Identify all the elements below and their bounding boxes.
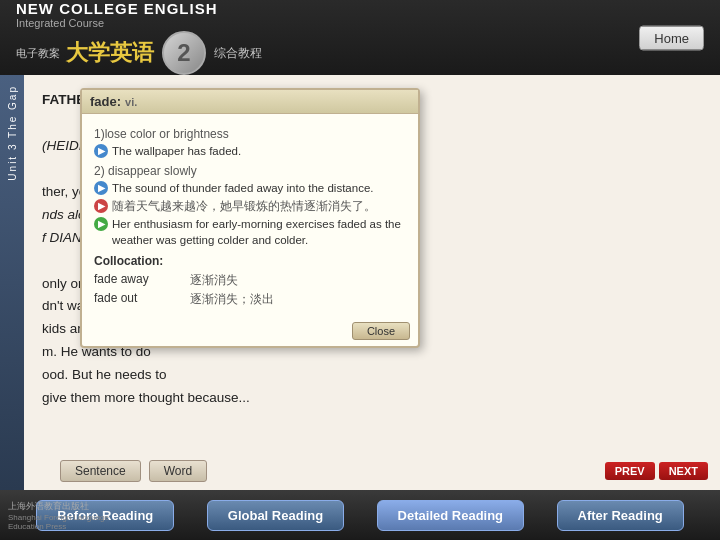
audio-icon-2[interactable]: ▶ [94, 181, 108, 195]
word-button[interactable]: Word [149, 460, 207, 482]
chinese-title: 大学英语 [66, 38, 154, 68]
header: NEW COLLEGE ENGLISH Integrated Course 电子… [0, 0, 720, 75]
collocation1-en: fade away [94, 272, 174, 289]
def2-example3: ▶ Her enthusiasm for early-morning exerc… [94, 216, 406, 248]
detailed-reading-tab[interactable]: Detailed Reading [377, 500, 524, 531]
popup-footer: Close [82, 318, 418, 346]
def2-ex1-text: The sound of thunder faded away into the… [112, 180, 374, 196]
pub-name-cn: 上海外语教育出版社 [8, 500, 122, 513]
nav-buttons: PREV NEXT [605, 462, 708, 480]
pub-logo-container: 上海外语教育出版社 Shanghai Foreign Language Educ… [8, 500, 122, 531]
collocation2-en: fade out [94, 291, 174, 308]
def2-ex2-cn-text: 随着天气越来越冷，她早锻炼的热情逐渐消失了。 [112, 198, 376, 214]
unit-label: Unit 3 The Gap [7, 85, 18, 181]
sentence-button[interactable]: Sentence [60, 460, 141, 482]
collocation-title: Collocation: [94, 254, 163, 268]
audio-icon-1[interactable]: ▶ [94, 144, 108, 158]
def2-ex3-text: Her enthusiasm for early-morning exercis… [112, 216, 406, 248]
header-subtitle: Integrated Course [16, 17, 262, 29]
popup-word: fade: [90, 94, 121, 109]
home-button[interactable]: Home [639, 25, 704, 50]
popup-header: fade: vi. [82, 90, 418, 114]
prev-button[interactable]: PREV [605, 462, 655, 480]
def2-example2: ▶ 随着天气越来越冷，她早锻炼的热情逐渐消失了。 [94, 198, 406, 214]
header-left: NEW COLLEGE ENGLISH Integrated Course 电子… [16, 0, 262, 75]
def1-title: 1)lose color or brightness [94, 127, 406, 141]
paragraph-5: give them more thought because... [42, 387, 702, 410]
header-chinese: 电子教案 大学英语 2 综合教程 [16, 31, 262, 75]
global-reading-tab[interactable]: Global Reading [207, 500, 344, 531]
def1-ex1-text: The wallpaper has faded. [112, 143, 241, 159]
popup-body: 1)lose color or brightness ▶ The wallpap… [82, 114, 418, 318]
def2-title: 2) disappear slowly [94, 164, 406, 178]
paragraph-4e: ood. But he needs to [42, 364, 702, 387]
def2-example1: ▶ The sound of thunder faded away into t… [94, 180, 406, 196]
sidebar: Unit 3 The Gap [0, 75, 24, 490]
header-subtitle2: 综合教程 [214, 45, 262, 62]
pub-name-en: Shanghai Foreign Language Education Pres… [8, 513, 122, 531]
content-toolbar: Sentence Word PREV NEXT [48, 460, 720, 482]
publisher-logo: 上海外语教育出版社 Shanghai Foreign Language Educ… [0, 490, 130, 540]
collocation-grid: fade away 逐渐消失 fade out 逐渐消失；淡出 [94, 272, 406, 308]
next-button[interactable]: NEXT [659, 462, 708, 480]
collocation2-cn: 逐渐消失；淡出 [190, 291, 406, 308]
def1-example1: ▶ The wallpaper has faded. [94, 143, 406, 159]
header-title: NEW COLLEGE ENGLISH [16, 0, 262, 17]
volume-number: 2 [162, 31, 206, 75]
dictionary-popup: fade: vi. 1)lose color or brightness ▶ T… [80, 88, 420, 348]
audio-icon-4[interactable]: ▶ [94, 217, 108, 231]
after-reading-tab[interactable]: After Reading [557, 500, 684, 531]
close-button[interactable]: Close [352, 322, 410, 340]
collocation-section: Collocation: fade away 逐渐消失 fade out 逐渐消… [94, 254, 406, 308]
popup-pos: vi. [125, 96, 137, 108]
audio-icon-3[interactable]: ▶ [94, 199, 108, 213]
collocation1-cn: 逐渐消失 [190, 272, 406, 289]
header-label: 电子教案 [16, 46, 60, 61]
bottom-nav: 上海外语教育出版社 Shanghai Foreign Language Educ… [0, 490, 720, 540]
